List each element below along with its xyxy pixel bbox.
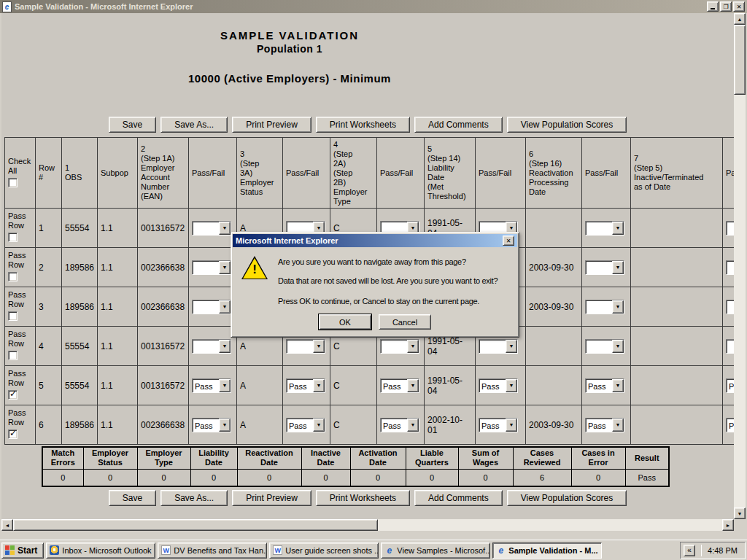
passfail-dropdown-pf3-row4[interactable]: ▼ <box>380 339 419 354</box>
passfail-dropdown-pf5-row6[interactable]: Pass▼ <box>585 418 624 432</box>
save-as-button[interactable]: Save As... <box>160 117 228 133</box>
save-button[interactable]: Save <box>109 117 156 133</box>
tray-chevron-button[interactable]: « <box>684 545 695 556</box>
cell-subpop-row6: 1.1 <box>98 405 138 445</box>
dropdown-arrow-icon[interactable]: ▼ <box>219 222 231 235</box>
close-button[interactable]: ✕ <box>733 1 745 12</box>
dropdown-arrow-icon[interactable]: ▼ <box>612 419 624 432</box>
save-as-button[interactable]: Save As... <box>160 490 228 506</box>
dropdown-arrow-icon[interactable]: ▼ <box>407 340 419 353</box>
vertical-scrollbar[interactable]: ▲ ▼ <box>734 13 746 519</box>
dialog-close-button[interactable]: ✕ <box>503 236 514 246</box>
scroll-left-icon[interactable]: ◄ <box>1 519 13 531</box>
pass-row-checkbox-3[interactable] <box>8 311 18 321</box>
cancel-button[interactable]: Cancel <box>379 314 431 330</box>
dropdown-arrow-icon[interactable]: ▼ <box>506 340 517 353</box>
passfail-dropdown-pf4-row6[interactable]: Pass▼ <box>479 418 518 432</box>
passfail-dropdown-pf5-row5[interactable]: Pass▼ <box>585 378 624 393</box>
dropdown-arrow-icon[interactable]: ▼ <box>219 419 231 432</box>
cell-inactive-row6 <box>631 405 723 445</box>
cell-subpop-row2: 1.1 <box>98 248 138 287</box>
passfail-dropdown-pf1-row1[interactable]: ▼ <box>192 221 231 236</box>
passfail-dropdown-pf5-row3[interactable]: ▼ <box>585 300 624 314</box>
dropdown-arrow-icon[interactable]: ▼ <box>219 300 231 314</box>
dropdown-arrow-icon[interactable]: ▼ <box>407 379 419 392</box>
minimize-button[interactable] <box>707 1 719 12</box>
view-population-scores-button[interactable]: View Population Scores <box>507 490 627 506</box>
taskbar-button-inbox-microsoft-outlook[interactable]: Inbox - Microsoft Outlook <box>46 542 155 559</box>
pass-row-checkbox-5[interactable] <box>8 390 18 400</box>
pass-row-checkbox-6[interactable] <box>8 429 18 439</box>
print-preview-button[interactable]: Print Preview <box>232 490 311 506</box>
add-comments-button[interactable]: Add Comments <box>414 490 503 506</box>
taskbar-button-user-guide-screen-shots[interactable]: WUser guide screen shots ... <box>269 542 379 559</box>
dropdown-arrow-icon[interactable]: ▼ <box>612 300 624 314</box>
pass-row-checkbox-2[interactable] <box>8 272 18 281</box>
dropdown-arrow-icon[interactable]: ▼ <box>219 261 231 274</box>
passfail-dropdown-pf2-row5[interactable]: Pass▼ <box>286 378 325 393</box>
passfail-dropdown-pf1-row2[interactable]: ▼ <box>192 260 231 275</box>
cell-subpop-row1: 1.1 <box>98 209 138 248</box>
add-comments-button[interactable]: Add Comments <box>414 117 503 133</box>
dialog-titlebar[interactable]: Microsoft Internet Explorer ✕ <box>233 234 517 247</box>
passfail-dropdown-pf3-row5[interactable]: Pass▼ <box>380 378 419 393</box>
horizontal-scrollbar[interactable]: ◄ ► <box>1 519 734 531</box>
start-button[interactable]: Start <box>1 542 44 559</box>
passfail-dropdown-pf1-row6[interactable]: Pass▼ <box>192 418 231 432</box>
passfail-dropdown-pf1-row4[interactable]: ▼ <box>192 339 231 354</box>
passfail-dropdown-pf2-row4[interactable]: ▼ <box>286 339 325 354</box>
passfail-dropdown-pf4-row5[interactable]: Pass▼ <box>479 378 518 393</box>
pass-row-checkbox-1[interactable] <box>8 233 18 242</box>
dropdown-arrow-icon[interactable]: ▼ <box>612 379 624 392</box>
passfail-dropdown-pf1-row5[interactable]: Pass▼ <box>192 378 231 393</box>
cell-pf1-row1: ▼ <box>189 209 237 248</box>
taskbar-button-sample-validation-m[interactable]: eSample Validation - M... <box>492 542 602 559</box>
scroll-right-icon[interactable]: ► <box>722 519 734 531</box>
ok-button[interactable]: OK <box>319 314 371 330</box>
passfail-dropdown-pf3-row6[interactable]: Pass▼ <box>380 418 419 432</box>
passfail-dropdown-pf1-row3[interactable]: ▼ <box>192 300 231 314</box>
taskbar-button-dv-benefits-and-tax-han[interactable]: WDV Benefits and Tax Han... <box>158 542 267 559</box>
scroll-up-icon[interactable]: ▲ <box>734 13 746 25</box>
passfail-dropdown-pf6-row3[interactable]: ▼ <box>726 300 734 314</box>
passfail-dropdown-pf5-row1[interactable]: ▼ <box>585 221 624 236</box>
print-preview-button[interactable]: Print Preview <box>232 117 311 133</box>
dropdown-arrow-icon[interactable]: ▼ <box>219 379 231 392</box>
summary-header-liable-quarters: Liable Quarters <box>406 447 458 469</box>
window-titlebar[interactable]: e Sample Validation - Microsoft Internet… <box>0 0 747 13</box>
pass-row-checkbox-4[interactable] <box>8 351 18 360</box>
dropdown-arrow-icon[interactable]: ▼ <box>313 419 325 432</box>
view-population-scores-button[interactable]: View Population Scores <box>507 117 627 133</box>
cell-ean-row2: 002366638 <box>138 248 189 287</box>
passfail-dropdown-pf5-row2[interactable]: ▼ <box>585 260 624 275</box>
passfail-dropdown-pf5-row4[interactable]: ▼ <box>585 339 624 354</box>
passfail-dropdown-pf6-row2[interactable]: ▼ <box>726 260 734 275</box>
dropdown-arrow-icon[interactable]: ▼ <box>219 340 231 353</box>
dropdown-arrow-icon[interactable]: ▼ <box>612 222 624 235</box>
taskbar-button-view-samples-microsof[interactable]: eView Samples - Microsof... <box>381 542 490 559</box>
horizontal-scroll-thumb[interactable] <box>13 519 378 531</box>
passfail-dropdown-pf6-row5[interactable]: Pass▼ <box>726 378 734 393</box>
dropdown-arrow-icon[interactable]: ▼ <box>407 419 419 432</box>
dropdown-arrow-icon[interactable]: ▼ <box>506 419 517 432</box>
passfail-dropdown-pf6-row4[interactable]: ▼ <box>726 339 734 354</box>
passfail-dropdown-pf4-row4[interactable]: ▼ <box>479 339 518 354</box>
scroll-down-icon[interactable]: ▼ <box>734 508 746 519</box>
check-all-checkbox[interactable] <box>8 178 18 187</box>
dialog-body: ! Are you sure you want to navigate away… <box>231 249 519 330</box>
print-worksheets-button[interactable]: Print Worksheets <box>316 117 410 133</box>
summary-value-liable-quarters: 0 <box>406 469 458 486</box>
cell-pf4-row6: Pass▼ <box>476 405 526 445</box>
passfail-dropdown-pf6-row1[interactable]: ▼ <box>726 221 734 236</box>
dropdown-arrow-icon[interactable]: ▼ <box>612 261 624 274</box>
passfail-dropdown-pf6-row6[interactable]: Pass▼ <box>726 418 734 432</box>
print-worksheets-button[interactable]: Print Worksheets <box>316 490 410 506</box>
save-button[interactable]: Save <box>109 490 156 506</box>
restore-button[interactable]: ❐ <box>720 1 732 12</box>
dropdown-arrow-icon[interactable]: ▼ <box>612 340 624 353</box>
dropdown-arrow-icon[interactable]: ▼ <box>506 379 517 392</box>
dropdown-arrow-icon[interactable]: ▼ <box>313 340 325 353</box>
dropdown-arrow-icon[interactable]: ▼ <box>313 379 325 392</box>
passfail-dropdown-pf2-row6[interactable]: Pass▼ <box>286 418 325 432</box>
vertical-scroll-thumb[interactable] <box>734 25 746 95</box>
